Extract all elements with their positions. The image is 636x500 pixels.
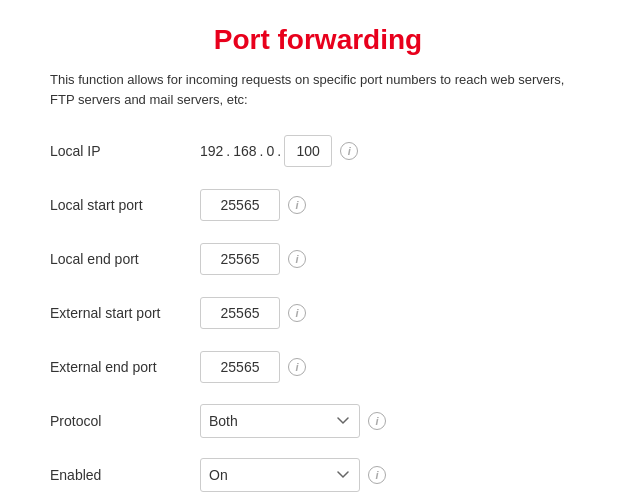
local-start-port-control: i	[200, 189, 306, 221]
external-start-port-info-icon[interactable]: i	[288, 304, 306, 322]
enabled-select[interactable]: On Off	[200, 458, 360, 492]
external-end-port-input[interactable]	[200, 351, 280, 383]
local-start-port-info-icon[interactable]: i	[288, 196, 306, 214]
external-start-port-control: i	[200, 297, 306, 329]
enabled-label: Enabled	[50, 467, 200, 483]
local-start-port-input[interactable]	[200, 189, 280, 221]
ip-part-1: 192	[200, 143, 223, 159]
ip-part-2: 168	[233, 143, 256, 159]
protocol-select[interactable]: Both TCP UDP	[200, 404, 360, 438]
ip-part-3: 0	[267, 143, 275, 159]
page-description: This function allows for incoming reques…	[50, 70, 586, 109]
external-start-port-input[interactable]	[200, 297, 280, 329]
local-end-port-label: Local end port	[50, 251, 200, 267]
local-ip-control: 192 . 168 . 0 . i	[200, 135, 358, 167]
enabled-info-icon[interactable]: i	[368, 466, 386, 484]
local-ip-row: Local IP 192 . 168 . 0 . i	[50, 133, 586, 169]
local-end-port-info-icon[interactable]: i	[288, 250, 306, 268]
local-end-port-control: i	[200, 243, 306, 275]
ip-last-octet-input[interactable]	[284, 135, 332, 167]
enabled-row: Enabled On Off i	[50, 457, 586, 493]
ip-group: 192 . 168 . 0 .	[200, 135, 332, 167]
local-ip-info-icon[interactable]: i	[340, 142, 358, 160]
local-start-port-label: Local start port	[50, 197, 200, 213]
external-end-port-row: External end port i	[50, 349, 586, 385]
external-start-port-row: External start port i	[50, 295, 586, 331]
protocol-label: Protocol	[50, 413, 200, 429]
port-forwarding-dialog: Port forwarding This function allows for…	[18, 0, 618, 500]
enabled-control: On Off i	[200, 458, 386, 492]
external-end-port-control: i	[200, 351, 306, 383]
external-end-port-label: External end port	[50, 359, 200, 375]
protocol-control: Both TCP UDP i	[200, 404, 386, 438]
external-start-port-label: External start port	[50, 305, 200, 321]
protocol-info-icon[interactable]: i	[368, 412, 386, 430]
external-end-port-info-icon[interactable]: i	[288, 358, 306, 376]
protocol-row: Protocol Both TCP UDP i	[50, 403, 586, 439]
local-end-port-row: Local end port i	[50, 241, 586, 277]
local-start-port-row: Local start port i	[50, 187, 586, 223]
local-ip-label: Local IP	[50, 143, 200, 159]
page-title: Port forwarding	[50, 24, 586, 56]
local-end-port-input[interactable]	[200, 243, 280, 275]
